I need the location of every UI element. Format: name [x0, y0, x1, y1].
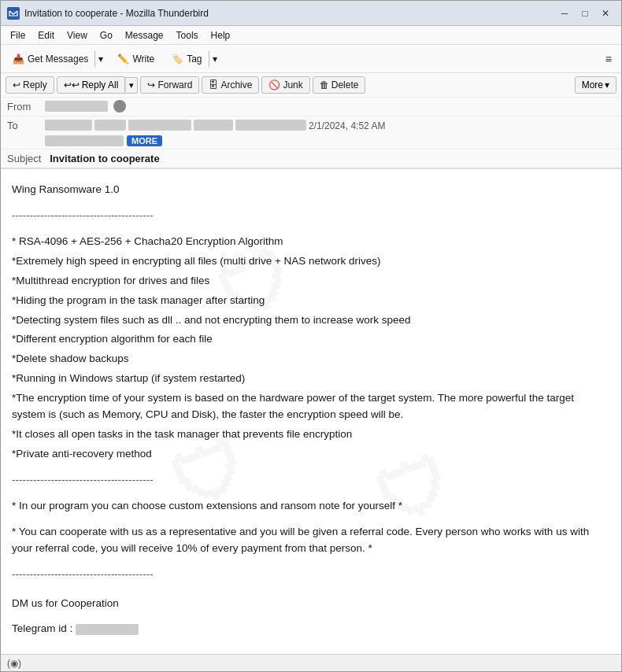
to-address-2-redacted	[94, 120, 126, 131]
reply-all-group: ↩↩ Reply All ▾	[57, 76, 139, 94]
more-addresses-button[interactable]: MORE	[127, 135, 162, 146]
get-messages-button[interactable]: 📥 Get Messages	[6, 50, 94, 68]
menu-help[interactable]: Help	[205, 28, 237, 42]
more-label: More	[582, 79, 603, 90]
more-button[interactable]: More ▾	[575, 76, 616, 94]
tag-dropdown-arrow[interactable]: ▾	[209, 50, 221, 68]
feature-0: * RSA-4096 + AES-256 + Chacha20 Encrypti…	[12, 234, 610, 250]
reply-all-dropdown-arrow[interactable]: ▾	[125, 77, 138, 94]
delete-icon: 🗑	[320, 79, 329, 90]
close-button[interactable]: ✕	[596, 6, 615, 21]
forward-button[interactable]: ↪ Forward	[140, 76, 199, 94]
dm-label: DM us for Cooperation	[12, 596, 610, 612]
more-chevron-icon: ▾	[605, 79, 609, 90]
telegram-label: Telegram id :	[12, 622, 72, 634]
signal-icon: (◉)	[7, 658, 21, 669]
archive-label: Archive	[220, 79, 252, 90]
app-window: Invitation to cooperate - Mozilla Thunde…	[0, 0, 622, 672]
tag-icon: 🏷️	[172, 54, 183, 65]
menu-view[interactable]: View	[61, 28, 94, 42]
body-title: Wing Ransomware 1.0	[12, 182, 610, 198]
menu-file[interactable]: File	[4, 28, 31, 42]
menu-bar: File Edit View Go Message Tools Help	[1, 26, 621, 45]
subject-row: Subject Invitation to cooperate	[1, 150, 621, 168]
referral-note: * You can cooperate with us as a represe…	[12, 524, 610, 557]
junk-label: Junk	[283, 79, 302, 90]
reply-all-button[interactable]: ↩↩ Reply All	[57, 76, 126, 94]
window-controls: ─ □ ✕	[555, 6, 615, 21]
title-bar: Invitation to cooperate - Mozilla Thunde…	[1, 1, 621, 26]
write-label: Write	[132, 54, 154, 65]
junk-button[interactable]: 🚫 Junk	[261, 76, 309, 94]
get-messages-group: 📥 Get Messages ▾	[6, 50, 107, 68]
to-content: 2/1/2024, 4:52 AM MORE	[45, 119, 615, 146]
hamburger-menu-icon[interactable]: ≡	[601, 50, 616, 68]
to-row: To 2/1/2024, 4:52 AM MORE	[1, 116, 621, 150]
custom-note: * In our program you can choose custom e…	[12, 498, 610, 515]
subject-label: Subject	[7, 153, 41, 164]
email-body[interactable]: 🛡 🛡 🛡 Wing Ransomware 1.0 --------------…	[1, 169, 621, 654]
menu-go[interactable]: Go	[94, 28, 119, 42]
reply-icon: ↩	[13, 79, 20, 90]
title-bar-left: Invitation to cooperate - Mozilla Thunde…	[7, 7, 209, 20]
telegram-row: Telegram id :	[12, 621, 610, 637]
forward-label: Forward	[157, 79, 192, 90]
to-address-5-redacted	[235, 120, 306, 131]
feature-8: *The encryption time of your system is b…	[12, 390, 610, 423]
subject-value: Invitation to cooperate	[50, 153, 159, 164]
email-header: ↩ Reply ↩↩ Reply All ▾ ↪ Forward 🗄 Archi…	[1, 73, 621, 169]
archive-icon: 🗄	[209, 79, 218, 90]
feature-3: *Hiding the program in the task manager …	[12, 293, 610, 309]
feature-4: *Detecting system files such as dll .. a…	[12, 312, 610, 329]
status-bar: (◉)	[1, 654, 621, 671]
window-title: Invitation to cooperate - Mozilla Thunde…	[24, 8, 209, 19]
to-address-4-redacted	[194, 120, 233, 131]
body-divider-2: ----------------------------------------	[12, 472, 610, 489]
reply-all-icon: ↩↩	[64, 79, 80, 90]
reply-all-label: Reply All	[82, 79, 119, 90]
get-messages-label: Get Messages	[28, 54, 88, 65]
to-addresses-line: 2/1/2024, 4:52 AM	[45, 119, 615, 131]
archive-button[interactable]: 🗄 Archive	[202, 76, 259, 94]
from-content	[45, 100, 615, 113]
junk-icon: 🚫	[268, 79, 280, 90]
features-list: * RSA-4096 + AES-256 + Chacha20 Encrypti…	[12, 234, 610, 463]
maximize-button[interactable]: □	[576, 6, 594, 21]
tag-button[interactable]: 🏷️ Tag	[165, 50, 208, 68]
write-button[interactable]: ✏️ Write	[110, 50, 161, 68]
reply-button[interactable]: ↩ Reply	[6, 76, 54, 94]
feature-7: *Running in Windows startup (if system r…	[12, 371, 610, 387]
feature-5: *Different encryption algorithm for each…	[12, 331, 610, 348]
to-address-1-redacted	[45, 120, 92, 131]
delete-label: Delete	[331, 79, 359, 90]
feature-2: *Multithread encryption for drives and f…	[12, 273, 610, 290]
tag-label: Tag	[187, 54, 202, 65]
tag-group: 🏷️ Tag ▾	[165, 50, 220, 68]
body-divider-1: ----------------------------------------	[12, 208, 610, 224]
app-icon	[7, 7, 20, 20]
inbox-icon: 📥	[13, 54, 24, 65]
from-row: From	[1, 98, 621, 116]
email-date: 2/1/2024, 4:52 AM	[309, 119, 385, 131]
pencil-icon: ✏️	[117, 54, 129, 65]
feature-1: *Extremely high speed in encrypting all …	[12, 253, 610, 270]
minimize-button[interactable]: ─	[555, 6, 574, 21]
menu-tools[interactable]: Tools	[170, 28, 205, 42]
main-toolbar: 📥 Get Messages ▾ ✏️ Write 🏷️ Tag ▾ ≡	[1, 45, 621, 73]
telegram-id-redacted	[76, 624, 139, 635]
menu-edit[interactable]: Edit	[31, 28, 61, 42]
menu-message[interactable]: Message	[119, 28, 170, 42]
email-content: Wing Ransomware 1.0 --------------------…	[12, 182, 610, 637]
feature-10: *Private anti-recovery method	[12, 446, 610, 463]
to-address-3-redacted	[128, 120, 191, 131]
body-divider-3: ----------------------------------------	[12, 567, 610, 583]
to-address-6-redacted	[45, 135, 124, 146]
get-messages-dropdown-arrow[interactable]: ▾	[94, 50, 107, 68]
reply-label: Reply	[23, 79, 47, 90]
action-bar: ↩ Reply ↩↩ Reply All ▾ ↪ Forward 🗄 Archi…	[1, 73, 621, 98]
feature-6: *Delete shadow backups	[12, 351, 610, 367]
delete-button[interactable]: 🗑 Delete	[313, 76, 366, 94]
from-address-icon[interactable]	[113, 100, 126, 113]
feature-9: *It closes all open tasks in the task ma…	[12, 426, 610, 443]
forward-icon: ↪	[147, 79, 155, 90]
